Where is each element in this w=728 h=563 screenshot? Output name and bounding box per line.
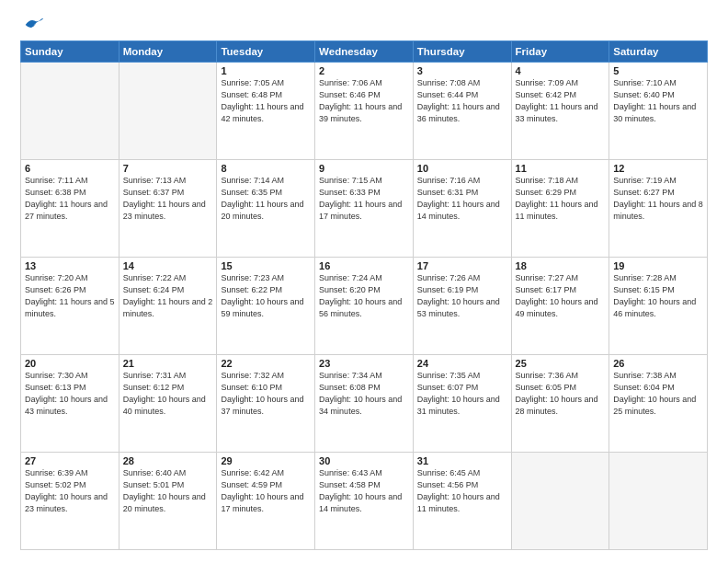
day-info: Sunrise: 7:26 AM Sunset: 6:19 PM Dayligh… bbox=[417, 272, 507, 320]
day-info: Sunrise: 7:35 AM Sunset: 6:07 PM Dayligh… bbox=[417, 370, 507, 418]
calendar-cell: 8Sunrise: 7:14 AM Sunset: 6:35 PM Daylig… bbox=[217, 160, 315, 258]
day-number: 31 bbox=[417, 455, 507, 466]
day-number: 5 bbox=[613, 65, 703, 76]
calendar-cell: 15Sunrise: 7:23 AM Sunset: 6:22 PM Dayli… bbox=[217, 258, 315, 355]
day-info: Sunrise: 7:34 AM Sunset: 6:08 PM Dayligh… bbox=[319, 370, 409, 418]
calendar-week-row: 6Sunrise: 7:11 AM Sunset: 6:38 PM Daylig… bbox=[21, 160, 708, 258]
day-info: Sunrise: 7:38 AM Sunset: 6:04 PM Dayligh… bbox=[613, 370, 703, 418]
day-number: 27 bbox=[25, 455, 115, 466]
calendar-cell: 24Sunrise: 7:35 AM Sunset: 6:07 PM Dayli… bbox=[413, 355, 511, 453]
day-info: Sunrise: 7:15 AM Sunset: 6:33 PM Dayligh… bbox=[319, 175, 409, 223]
calendar-cell: 3Sunrise: 7:08 AM Sunset: 6:44 PM Daylig… bbox=[413, 63, 511, 160]
calendar-cell: 19Sunrise: 7:28 AM Sunset: 6:15 PM Dayli… bbox=[609, 258, 708, 355]
day-number: 14 bbox=[123, 260, 213, 271]
day-number: 23 bbox=[319, 358, 409, 369]
calendar-cell: 17Sunrise: 7:26 AM Sunset: 6:19 PM Dayli… bbox=[413, 258, 511, 355]
calendar-cell: 18Sunrise: 7:27 AM Sunset: 6:17 PM Dayli… bbox=[511, 258, 609, 355]
calendar-cell: 13Sunrise: 7:20 AM Sunset: 6:26 PM Dayli… bbox=[21, 258, 119, 355]
day-number: 15 bbox=[221, 260, 311, 271]
day-info: Sunrise: 7:05 AM Sunset: 6:48 PM Dayligh… bbox=[221, 77, 311, 125]
day-number: 20 bbox=[25, 358, 115, 369]
day-info: Sunrise: 6:45 AM Sunset: 4:56 PM Dayligh… bbox=[417, 467, 507, 515]
day-info: Sunrise: 7:20 AM Sunset: 6:26 PM Dayligh… bbox=[25, 272, 115, 320]
day-info: Sunrise: 7:22 AM Sunset: 6:24 PM Dayligh… bbox=[123, 272, 213, 320]
weekday-header-wednesday: Wednesday bbox=[315, 41, 414, 63]
day-info: Sunrise: 6:42 AM Sunset: 4:59 PM Dayligh… bbox=[221, 467, 311, 515]
calendar-cell: 31Sunrise: 6:45 AM Sunset: 4:56 PM Dayli… bbox=[413, 453, 511, 550]
calendar-cell: 10Sunrise: 7:16 AM Sunset: 6:31 PM Dayli… bbox=[413, 160, 511, 258]
page: SundayMondayTuesdayWednesdayThursdayFrid… bbox=[0, 0, 728, 563]
day-info: Sunrise: 7:11 AM Sunset: 6:38 PM Dayligh… bbox=[25, 175, 115, 223]
calendar-cell: 23Sunrise: 7:34 AM Sunset: 6:08 PM Dayli… bbox=[315, 355, 414, 453]
calendar-cell: 12Sunrise: 7:19 AM Sunset: 6:27 PM Dayli… bbox=[609, 160, 708, 258]
day-info: Sunrise: 7:18 AM Sunset: 6:29 PM Dayligh… bbox=[516, 175, 606, 223]
day-number: 29 bbox=[221, 455, 311, 466]
weekday-header-thursday: Thursday bbox=[413, 41, 511, 63]
day-number: 6 bbox=[25, 163, 115, 174]
day-info: Sunrise: 7:06 AM Sunset: 6:46 PM Dayligh… bbox=[319, 77, 409, 125]
weekday-header-saturday: Saturday bbox=[609, 41, 708, 63]
calendar-cell: 20Sunrise: 7:30 AM Sunset: 6:13 PM Dayli… bbox=[21, 355, 119, 453]
calendar-cell: 22Sunrise: 7:32 AM Sunset: 6:10 PM Dayli… bbox=[217, 355, 315, 453]
calendar-cell bbox=[511, 453, 609, 550]
calendar-week-row: 1Sunrise: 7:05 AM Sunset: 6:48 PM Daylig… bbox=[21, 63, 708, 160]
calendar-cell: 28Sunrise: 6:40 AM Sunset: 5:01 PM Dayli… bbox=[119, 453, 217, 550]
day-number: 7 bbox=[123, 163, 213, 174]
day-number: 28 bbox=[123, 455, 213, 466]
day-info: Sunrise: 6:43 AM Sunset: 4:58 PM Dayligh… bbox=[319, 467, 409, 515]
calendar-cell: 25Sunrise: 7:36 AM Sunset: 6:05 PM Dayli… bbox=[511, 355, 609, 453]
header bbox=[20, 17, 708, 33]
day-number: 4 bbox=[516, 65, 606, 76]
day-info: Sunrise: 7:27 AM Sunset: 6:17 PM Dayligh… bbox=[516, 272, 606, 320]
day-number: 26 bbox=[613, 358, 703, 369]
calendar-cell: 30Sunrise: 6:43 AM Sunset: 4:58 PM Dayli… bbox=[315, 453, 414, 550]
day-info: Sunrise: 7:36 AM Sunset: 6:05 PM Dayligh… bbox=[516, 370, 606, 418]
day-info: Sunrise: 7:19 AM Sunset: 6:27 PM Dayligh… bbox=[613, 175, 703, 223]
day-info: Sunrise: 7:32 AM Sunset: 6:10 PM Dayligh… bbox=[221, 370, 311, 418]
calendar-cell: 6Sunrise: 7:11 AM Sunset: 6:38 PM Daylig… bbox=[21, 160, 119, 258]
calendar-cell: 21Sunrise: 7:31 AM Sunset: 6:12 PM Dayli… bbox=[119, 355, 217, 453]
calendar-cell: 14Sunrise: 7:22 AM Sunset: 6:24 PM Dayli… bbox=[119, 258, 217, 355]
day-info: Sunrise: 7:30 AM Sunset: 6:13 PM Dayligh… bbox=[25, 370, 115, 418]
day-info: Sunrise: 7:23 AM Sunset: 6:22 PM Dayligh… bbox=[221, 272, 311, 320]
day-info: Sunrise: 7:08 AM Sunset: 6:44 PM Dayligh… bbox=[417, 77, 507, 125]
day-info: Sunrise: 7:14 AM Sunset: 6:35 PM Dayligh… bbox=[221, 175, 311, 223]
day-number: 3 bbox=[417, 65, 507, 76]
day-number: 2 bbox=[319, 65, 409, 76]
day-number: 8 bbox=[221, 163, 311, 174]
logo bbox=[20, 17, 46, 33]
calendar-cell: 1Sunrise: 7:05 AM Sunset: 6:48 PM Daylig… bbox=[217, 63, 315, 160]
day-number: 16 bbox=[319, 260, 409, 271]
calendar-cell: 2Sunrise: 7:06 AM Sunset: 6:46 PM Daylig… bbox=[315, 63, 414, 160]
weekday-header-sunday: Sunday bbox=[21, 41, 119, 63]
calendar-week-row: 27Sunrise: 6:39 AM Sunset: 5:02 PM Dayli… bbox=[21, 453, 708, 550]
weekday-header-friday: Friday bbox=[511, 41, 609, 63]
calendar-week-row: 13Sunrise: 7:20 AM Sunset: 6:26 PM Dayli… bbox=[21, 258, 708, 355]
weekday-header-monday: Monday bbox=[119, 41, 217, 63]
calendar-cell: 29Sunrise: 6:42 AM Sunset: 4:59 PM Dayli… bbox=[217, 453, 315, 550]
calendar-cell: 16Sunrise: 7:24 AM Sunset: 6:20 PM Dayli… bbox=[315, 258, 414, 355]
day-number: 11 bbox=[516, 163, 606, 174]
day-number: 19 bbox=[613, 260, 703, 271]
weekday-header-row: SundayMondayTuesdayWednesdayThursdayFrid… bbox=[21, 41, 708, 63]
day-number: 10 bbox=[417, 163, 507, 174]
calendar-cell: 11Sunrise: 7:18 AM Sunset: 6:29 PM Dayli… bbox=[511, 160, 609, 258]
calendar-cell: 4Sunrise: 7:09 AM Sunset: 6:42 PM Daylig… bbox=[511, 63, 609, 160]
day-number: 25 bbox=[516, 358, 606, 369]
day-number: 24 bbox=[417, 358, 507, 369]
logo-bird-icon bbox=[24, 17, 44, 33]
day-number: 21 bbox=[123, 358, 213, 369]
day-number: 18 bbox=[516, 260, 606, 271]
calendar-table: SundayMondayTuesdayWednesdayThursdayFrid… bbox=[20, 40, 708, 550]
calendar-cell: 9Sunrise: 7:15 AM Sunset: 6:33 PM Daylig… bbox=[315, 160, 414, 258]
day-number: 17 bbox=[417, 260, 507, 271]
day-number: 30 bbox=[319, 455, 409, 466]
day-info: Sunrise: 7:10 AM Sunset: 6:40 PM Dayligh… bbox=[613, 77, 703, 125]
weekday-header-tuesday: Tuesday bbox=[217, 41, 315, 63]
day-number: 13 bbox=[25, 260, 115, 271]
day-number: 9 bbox=[319, 163, 409, 174]
calendar-cell: 26Sunrise: 7:38 AM Sunset: 6:04 PM Dayli… bbox=[609, 355, 708, 453]
calendar-cell: 5Sunrise: 7:10 AM Sunset: 6:40 PM Daylig… bbox=[609, 63, 708, 160]
calendar-cell: 27Sunrise: 6:39 AM Sunset: 5:02 PM Dayli… bbox=[21, 453, 119, 550]
day-info: Sunrise: 7:31 AM Sunset: 6:12 PM Dayligh… bbox=[123, 370, 213, 418]
